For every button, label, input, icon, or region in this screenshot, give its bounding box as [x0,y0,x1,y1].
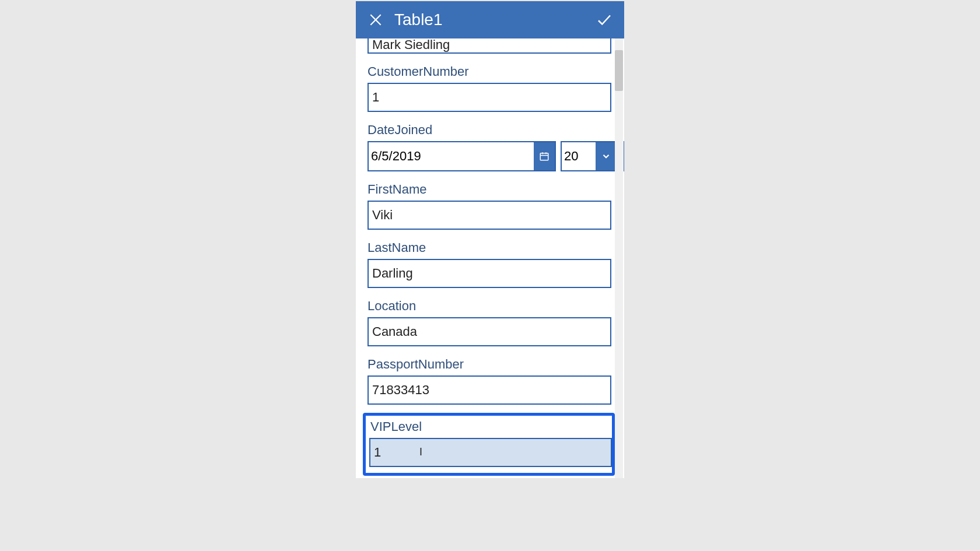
app-frame: Table1 CustomerNumber DateJoined [356,1,624,478]
input-passport-number[interactable] [368,375,611,405]
label-location: Location [368,299,612,314]
input-hour[interactable] [562,142,596,170]
field-vip-level-highlight: VIPLevel I [363,413,615,476]
form-header: Table1 [356,1,624,38]
text-cursor-icon: I [419,446,420,460]
input-date-joined[interactable] [369,142,534,170]
field-date-joined: DateJoined [368,122,612,171]
svg-rect-2 [540,153,548,160]
field-location: Location [368,299,612,346]
label-last-name: LastName [368,240,612,255]
minute-select[interactable] [624,141,624,171]
chevron-down-icon [601,151,611,162]
label-passport-number: PassportNumber [368,357,612,372]
input-customer-number[interactable] [368,83,611,112]
input-location[interactable] [368,317,611,346]
form-body: CustomerNumber DateJoined [356,38,624,478]
field-customer-number: CustomerNumber [368,64,612,112]
form-title: Table1 [394,10,594,29]
calendar-button[interactable] [534,142,555,170]
field-passport-number: PassportNumber [368,357,612,405]
confirm-button[interactable] [594,9,615,30]
field-last-name: LastName [368,240,612,288]
date-input-wrap [368,141,556,171]
label-vip-level: VIPLevel [370,419,608,434]
hour-dropdown-button[interactable] [596,142,617,170]
input-last-name[interactable] [368,259,611,288]
label-first-name: FirstName [368,182,612,197]
label-date-joined: DateJoined [368,122,612,138]
hour-select[interactable] [561,141,618,171]
input-vip-level[interactable] [369,438,612,467]
close-icon [368,12,383,27]
input-first-name[interactable] [368,201,611,230]
calendar-icon [539,151,550,162]
check-icon [596,11,613,29]
close-button[interactable] [365,9,386,30]
label-customer-number: CustomerNumber [368,64,612,79]
scrollbar-track[interactable] [615,38,623,478]
field-first-name: FirstName [368,182,612,230]
previous-field-input[interactable] [368,38,611,54]
scrollbar-thumb[interactable] [615,50,623,91]
